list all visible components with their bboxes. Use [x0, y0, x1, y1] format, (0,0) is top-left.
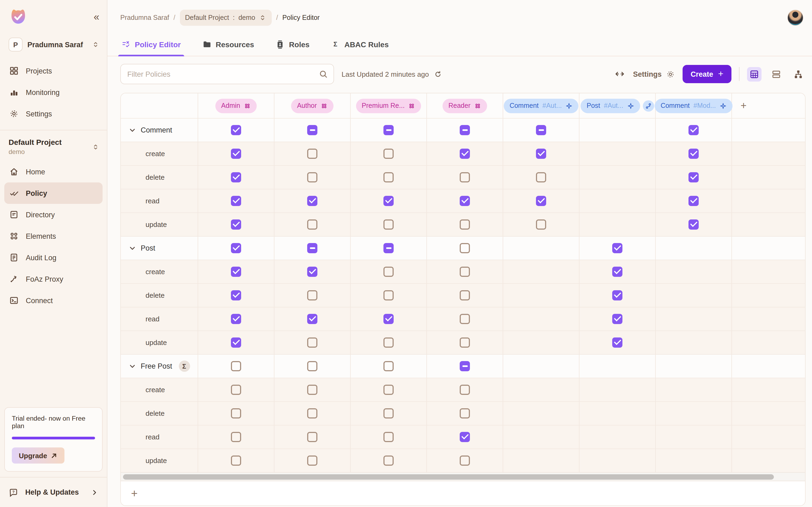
policy-checkbox-unchecked[interactable]: [307, 172, 317, 182]
breadcrumb-user[interactable]: Pradumna Saraf: [120, 14, 169, 21]
add-role-button[interactable]: +: [732, 93, 805, 118]
policy-checkbox-unchecked[interactable]: [384, 361, 394, 371]
chevron-down-icon[interactable]: [129, 362, 137, 370]
policy-checkbox-checked[interactable]: [689, 196, 699, 206]
policy-checkbox-checked[interactable]: [231, 196, 241, 206]
policy-checkbox-checked[interactable]: [384, 314, 394, 324]
policy-checkbox-checked[interactable]: [231, 337, 241, 348]
policy-checkbox-unchecked[interactable]: [384, 172, 394, 182]
help-updates-item[interactable]: ? Help & Updates: [0, 477, 107, 507]
policy-checkbox-unchecked[interactable]: [460, 243, 470, 253]
policy-checkbox-unchecked[interactable]: [231, 455, 241, 466]
tab-abac-rules[interactable]: ΣABAC Rules: [330, 36, 390, 56]
policy-checkbox-unchecked[interactable]: [231, 408, 241, 418]
policy-checkbox-checked[interactable]: [536, 196, 546, 206]
policy-checkbox-checked[interactable]: [307, 267, 317, 277]
policy-checkbox-checked[interactable]: [612, 314, 622, 324]
policy-checkbox-indeterminate[interactable]: [460, 361, 470, 371]
policy-checkbox-unchecked[interactable]: [460, 314, 470, 324]
role-pill-post-aut[interactable]: Post#Aut...: [581, 99, 640, 113]
policy-checkbox-unchecked[interactable]: [536, 219, 546, 230]
policy-checkbox-unchecked[interactable]: [460, 455, 470, 466]
workspace-selector[interactable]: P Pradumna Saraf: [0, 29, 107, 56]
policy-checkbox-unchecked[interactable]: [460, 408, 470, 418]
policy-checkbox-unchecked[interactable]: [231, 432, 241, 442]
view-toggle-rows[interactable]: [769, 67, 783, 81]
policy-checkbox-unchecked[interactable]: [384, 219, 394, 230]
policy-checkbox-checked[interactable]: [612, 267, 622, 277]
tab-policy-editor[interactable]: Policy Editor: [120, 36, 182, 56]
policy-checkbox-unchecked[interactable]: [384, 290, 394, 300]
refresh-icon[interactable]: [434, 70, 442, 78]
user-avatar[interactable]: [787, 10, 803, 26]
policy-checkbox-unchecked[interactable]: [384, 408, 394, 418]
policy-checkbox-unchecked[interactable]: [307, 337, 317, 348]
policy-checkbox-unchecked[interactable]: [536, 172, 546, 182]
policy-checkbox-unchecked[interactable]: [307, 408, 317, 418]
policy-checkbox-unchecked[interactable]: [307, 219, 317, 230]
policy-checkbox-unchecked[interactable]: [460, 267, 470, 277]
policy-checkbox-checked[interactable]: [231, 125, 241, 135]
sidebar-item-directory[interactable]: Directory: [4, 204, 103, 225]
sidebar-item-home[interactable]: Home: [4, 161, 103, 182]
policy-checkbox-indeterminate[interactable]: [307, 125, 317, 135]
policy-checkbox-unchecked[interactable]: [460, 290, 470, 300]
policy-checkbox-checked[interactable]: [231, 290, 241, 300]
policy-checkbox-checked[interactable]: [612, 290, 622, 300]
policy-checkbox-unchecked[interactable]: [384, 267, 394, 277]
project-selector[interactable]: Default Project demo: [0, 136, 107, 157]
policy-checkbox-checked[interactable]: [231, 219, 241, 230]
policy-checkbox-unchecked[interactable]: [231, 385, 241, 395]
policy-checkbox-checked[interactable]: [612, 243, 622, 253]
policy-checkbox-unchecked[interactable]: [384, 432, 394, 442]
policy-checkbox-checked[interactable]: [612, 337, 622, 348]
breadcrumb-project-pill[interactable]: Default Project : demo: [180, 10, 272, 26]
sidebar-item-foaz-proxy[interactable]: FoAz Proxy: [4, 268, 103, 290]
filter-policies-input[interactable]: [120, 64, 334, 84]
upgrade-button[interactable]: Upgrade: [12, 447, 64, 463]
policy-checkbox-unchecked[interactable]: [384, 149, 394, 159]
sidebar-item-projects[interactable]: Projects: [4, 60, 103, 81]
policy-checkbox-indeterminate[interactable]: [384, 243, 394, 253]
policy-checkbox-unchecked[interactable]: [460, 219, 470, 230]
tab-resources[interactable]: Resources: [201, 36, 255, 56]
sidebar-item-settings[interactable]: Settings: [4, 103, 103, 124]
role-pill-admin[interactable]: Admin: [215, 99, 257, 113]
role-pill-premium-re[interactable]: Premium Re...: [356, 99, 421, 113]
policy-checkbox-checked[interactable]: [231, 172, 241, 182]
policy-checkbox-checked[interactable]: [231, 149, 241, 159]
policy-checkbox-indeterminate[interactable]: [460, 125, 470, 135]
derived-role-badge[interactable]: [643, 100, 654, 111]
policy-checkbox-unchecked[interactable]: [384, 337, 394, 348]
view-toggle-tree[interactable]: [791, 67, 806, 81]
policy-checkbox-checked[interactable]: [307, 196, 317, 206]
policy-checkbox-unchecked[interactable]: [307, 149, 317, 159]
policy-checkbox-unchecked[interactable]: [307, 432, 317, 442]
policy-checkbox-indeterminate[interactable]: [307, 243, 317, 253]
policy-checkbox-checked[interactable]: [689, 125, 699, 135]
add-resource-button[interactable]: +: [121, 487, 138, 500]
policy-checkbox-unchecked[interactable]: [460, 385, 470, 395]
sidebar-collapse-icon[interactable]: «: [94, 11, 98, 23]
policy-checkbox-checked[interactable]: [307, 314, 317, 324]
sidebar-item-policy[interactable]: Policy: [4, 182, 103, 204]
policy-checkbox-unchecked[interactable]: [460, 337, 470, 348]
sidebar-item-connect[interactable]: Connect: [4, 290, 103, 311]
policy-checkbox-checked[interactable]: [460, 432, 470, 442]
policy-checkbox-checked[interactable]: [460, 196, 470, 206]
sidebar-item-audit-log[interactable]: Audit Log: [4, 247, 103, 268]
sidebar-item-monitoring[interactable]: Monitoring: [4, 81, 103, 103]
policy-checkbox-checked[interactable]: [231, 314, 241, 324]
policy-checkbox-unchecked[interactable]: [307, 361, 317, 371]
policy-checkbox-checked[interactable]: [231, 267, 241, 277]
policy-checkbox-checked[interactable]: [384, 196, 394, 206]
policy-checkbox-checked[interactable]: [536, 149, 546, 159]
sidebar-item-elements[interactable]: Elements: [4, 225, 103, 247]
scrollbar-thumb[interactable]: [123, 474, 774, 480]
policy-settings-button[interactable]: Settings: [633, 69, 675, 78]
policy-checkbox-unchecked[interactable]: [307, 385, 317, 395]
role-pill-comment-aut[interactable]: Comment#Aut...: [504, 99, 579, 113]
policy-checkbox-checked[interactable]: [689, 149, 699, 159]
policy-checkbox-unchecked[interactable]: [231, 361, 241, 371]
policy-checkbox-unchecked[interactable]: [307, 290, 317, 300]
